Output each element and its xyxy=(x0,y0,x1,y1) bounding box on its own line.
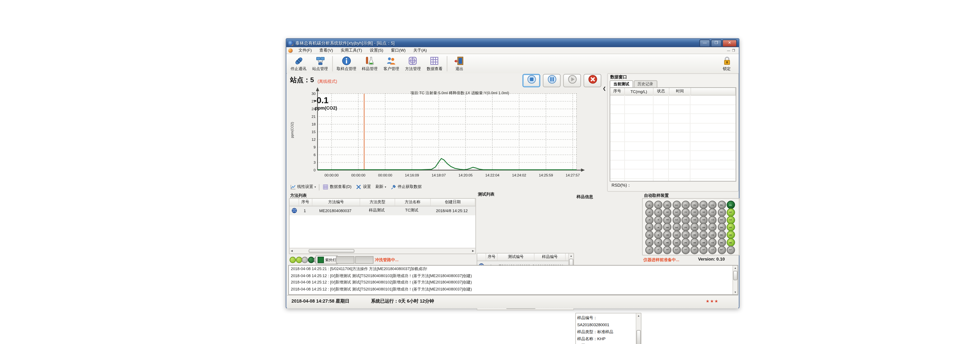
well-G6[interactable]: G6 xyxy=(673,238,681,246)
sample-info-scrollbar[interactable]: ▲▼ xyxy=(636,314,641,344)
toolbar-sample-button[interactable]: 样品管理 xyxy=(359,54,380,73)
well-G3[interactable]: G3 xyxy=(673,216,681,224)
well-H2[interactable]: H2 xyxy=(663,208,671,216)
table-row[interactable]: 1ME201804080037样品测试TC测试2018/4/8 14:25:12 xyxy=(290,206,476,215)
well-G4[interactable]: G4 xyxy=(673,223,681,232)
title-bar[interactable]: 泰林总有机碳分析系统软件[xtyjbyh]示例] - [站点：5] —❐✕ xyxy=(286,39,739,47)
mdi-minimize-button[interactable]: — xyxy=(727,48,730,53)
minimize-button[interactable]: — xyxy=(699,39,710,47)
well-I2[interactable]: I2 xyxy=(654,208,663,216)
toolbar-data-view-button[interactable]: 数据查看 xyxy=(424,54,445,73)
close-button[interactable]: ✕ xyxy=(722,39,737,47)
well-C2[interactable]: C2 xyxy=(708,208,717,216)
well-A4[interactable]: A4 xyxy=(727,223,735,232)
well-J5[interactable]: J5 xyxy=(645,231,654,239)
horizontal-scrollbar[interactable]: ◀▶ xyxy=(290,248,476,254)
toolbar-customer-button[interactable]: 客户管理 xyxy=(380,54,402,73)
menu-item-3[interactable]: 设置(S) xyxy=(366,48,387,53)
well-C4[interactable]: C4 xyxy=(708,223,717,232)
mdi-restore-button[interactable]: ❐ xyxy=(732,48,735,53)
chart-tool-0[interactable]: 线性设置▾ xyxy=(289,184,317,190)
well-C3[interactable]: C3 xyxy=(708,216,717,224)
menu-item-4[interactable]: 窗口(W) xyxy=(387,48,409,53)
well-B6[interactable]: B6 xyxy=(718,238,726,246)
scroll-up-icon[interactable]: ▲ xyxy=(733,266,738,270)
cancel-button[interactable] xyxy=(584,74,601,87)
well-J6[interactable]: J6 xyxy=(645,238,654,246)
well-A3[interactable]: A3 xyxy=(727,216,735,224)
well-I7[interactable]: I7 xyxy=(654,246,663,254)
chart-tool-4[interactable]: 停止获取数据 xyxy=(390,184,423,190)
well-F1[interactable]: F1 xyxy=(681,201,690,209)
well-J4[interactable]: J4 xyxy=(645,223,654,232)
well-B2[interactable]: B2 xyxy=(718,208,726,216)
well-A1[interactable]: A1 xyxy=(727,201,735,209)
log-scroll-thumb[interactable] xyxy=(733,271,738,280)
toolbar-exit-button[interactable]: 退出 xyxy=(449,54,470,73)
pause-button[interactable] xyxy=(543,74,561,87)
collapse-panel-arrow[interactable]: ❮ xyxy=(603,86,606,91)
well-F4[interactable]: F4 xyxy=(681,223,690,232)
well-G1[interactable]: G1 xyxy=(673,201,681,209)
well-I1[interactable]: I1 xyxy=(654,201,663,209)
well-E1[interactable]: E1 xyxy=(690,201,699,209)
well-A7[interactable]: A7 xyxy=(727,246,735,254)
play-button[interactable] xyxy=(563,74,581,87)
well-J3[interactable]: J3 xyxy=(645,216,654,224)
well-H4[interactable]: H4 xyxy=(663,223,671,232)
well-I4[interactable]: I4 xyxy=(654,223,663,232)
scroll-up-icon[interactable]: ▲ xyxy=(636,314,641,318)
well-D2[interactable]: D2 xyxy=(700,208,708,216)
well-F2[interactable]: F2 xyxy=(681,208,690,216)
well-D3[interactable]: D3 xyxy=(700,216,708,224)
well-E4[interactable]: E4 xyxy=(690,223,699,232)
toolbar-info-button[interactable]: 取样点管理 xyxy=(334,54,359,73)
well-E7[interactable]: E7 xyxy=(690,246,699,254)
well-D6[interactable]: D6 xyxy=(700,238,708,246)
toolbar-site-button[interactable]: 站点管理 xyxy=(309,54,331,73)
menu-item-0[interactable]: 文件(F) xyxy=(294,48,316,53)
well-E2[interactable]: E2 xyxy=(690,208,699,216)
well-H6[interactable]: H6 xyxy=(663,238,671,246)
scroll-down-icon[interactable]: ▼ xyxy=(733,290,738,294)
well-G7[interactable]: G7 xyxy=(673,246,681,254)
method-list-table[interactable]: 序号方法编号方法类型方法名称创建日期1ME201804080037样品测试TC测… xyxy=(289,198,476,254)
lock-button[interactable]: 锁定 xyxy=(716,54,738,73)
well-I6[interactable]: I6 xyxy=(654,238,663,246)
well-F7[interactable]: F7 xyxy=(681,246,690,254)
log-scrollbar[interactable]: ▲ ▼ xyxy=(732,266,738,294)
well-D1[interactable]: D1 xyxy=(700,201,708,209)
toolbar-stop-comm-button[interactable]: 停止通讯 xyxy=(288,54,309,73)
well-B4[interactable]: B4 xyxy=(718,223,726,232)
well-H3[interactable]: H3 xyxy=(663,216,671,224)
stop-button[interactable] xyxy=(522,74,540,87)
well-H5[interactable]: H5 xyxy=(663,231,671,239)
well-H7[interactable]: H7 xyxy=(663,246,671,254)
toolbar-method-button[interactable]: 方法管理 xyxy=(402,54,424,73)
well-I3[interactable]: I3 xyxy=(654,216,663,224)
menu-item-5[interactable]: 关于(A) xyxy=(409,48,431,53)
scroll-right-icon[interactable]: ▶ xyxy=(471,248,476,254)
well-J1[interactable]: J1 xyxy=(645,201,654,209)
well-J7[interactable]: J7 xyxy=(645,246,654,254)
maximize-button[interactable]: ❐ xyxy=(711,39,722,47)
well-A5[interactable]: A5 xyxy=(727,231,735,239)
well-C1[interactable]: C1 xyxy=(708,201,717,209)
well-G2[interactable]: G2 xyxy=(673,208,681,216)
well-A2[interactable]: A2 xyxy=(727,208,735,216)
well-C6[interactable]: C6 xyxy=(708,238,717,246)
chart-tool-3[interactable]: 刷新▾ xyxy=(374,184,388,190)
menu-item-1[interactable]: 查看(V) xyxy=(316,48,337,53)
well-B1[interactable]: B1 xyxy=(718,201,726,209)
well-C5[interactable]: C5 xyxy=(708,231,717,239)
well-D4[interactable]: D4 xyxy=(700,223,708,232)
well-E6[interactable]: E6 xyxy=(690,238,699,246)
menu-item-2[interactable]: 实用工具(T) xyxy=(337,48,366,53)
well-B3[interactable]: B3 xyxy=(718,216,726,224)
scroll-left-icon[interactable]: ◀ xyxy=(290,248,294,254)
well-D5[interactable]: D5 xyxy=(700,231,708,239)
well-F3[interactable]: F3 xyxy=(681,216,690,224)
current-test-table[interactable]: 序号TC(mg/L)状态时间 xyxy=(609,87,736,182)
chart-tool-2[interactable]: 设置 xyxy=(355,184,372,190)
well-B7[interactable]: B7 xyxy=(718,246,726,254)
